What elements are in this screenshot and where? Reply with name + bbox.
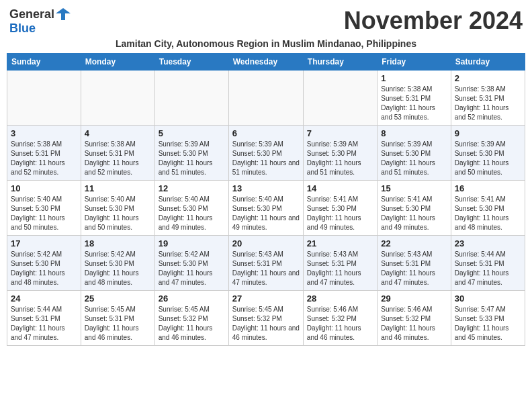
day-info: Sunrise: 5:42 AMSunset: 5:30 PMDaylight:… <box>85 250 151 287</box>
calendar-cell: 21Sunrise: 5:43 AMSunset: 5:31 PMDayligh… <box>303 236 377 291</box>
day-number: 7 <box>307 128 373 138</box>
day-info: Sunrise: 5:42 AMSunset: 5:30 PMDaylight:… <box>11 250 77 287</box>
day-number: 9 <box>455 128 521 138</box>
col-header-saturday: Saturday <box>451 54 525 71</box>
calendar-week-row: 1Sunrise: 5:38 AMSunset: 5:31 PMDaylight… <box>7 71 525 126</box>
day-number: 1 <box>381 73 447 83</box>
calendar-table: SundayMondayTuesdayWednesdayThursdayFrid… <box>7 53 525 346</box>
month-title: November 2024 <box>344 7 523 35</box>
calendar-cell: 8Sunrise: 5:39 AMSunset: 5:30 PMDaylight… <box>378 126 451 181</box>
logo: General Blue <box>9 7 71 36</box>
day-number: 3 <box>11 128 77 138</box>
calendar-cell <box>303 71 377 126</box>
calendar-cell: 17Sunrise: 5:42 AMSunset: 5:30 PMDayligh… <box>7 236 81 291</box>
day-info: Sunrise: 5:46 AMSunset: 5:32 PMDaylight:… <box>307 305 373 342</box>
calendar-cell: 18Sunrise: 5:42 AMSunset: 5:30 PMDayligh… <box>81 236 154 291</box>
calendar-cell: 27Sunrise: 5:45 AMSunset: 5:32 PMDayligh… <box>228 291 303 346</box>
calendar-cell: 19Sunrise: 5:42 AMSunset: 5:30 PMDayligh… <box>154 236 228 291</box>
day-number: 18 <box>85 238 151 248</box>
calendar-cell: 7Sunrise: 5:39 AMSunset: 5:30 PMDaylight… <box>303 126 377 181</box>
day-info: Sunrise: 5:40 AMSunset: 5:30 PMDaylight:… <box>11 195 77 232</box>
calendar-cell: 5Sunrise: 5:39 AMSunset: 5:30 PMDaylight… <box>154 126 228 181</box>
day-info: Sunrise: 5:38 AMSunset: 5:31 PMDaylight:… <box>11 140 77 177</box>
calendar-cell: 1Sunrise: 5:38 AMSunset: 5:31 PMDaylight… <box>378 71 451 126</box>
day-info: Sunrise: 5:44 AMSunset: 5:31 PMDaylight:… <box>455 250 521 287</box>
day-info: Sunrise: 5:39 AMSunset: 5:30 PMDaylight:… <box>307 140 373 177</box>
day-info: Sunrise: 5:45 AMSunset: 5:31 PMDaylight:… <box>85 305 151 342</box>
day-info: Sunrise: 5:44 AMSunset: 5:31 PMDaylight:… <box>11 305 77 342</box>
col-header-thursday: Thursday <box>303 54 377 71</box>
day-info: Sunrise: 5:41 AMSunset: 5:30 PMDaylight:… <box>307 195 373 232</box>
day-info: Sunrise: 5:38 AMSunset: 5:31 PMDaylight:… <box>85 140 151 177</box>
day-number: 23 <box>455 238 521 248</box>
col-header-sunday: Sunday <box>7 54 81 71</box>
day-number: 30 <box>455 293 521 304</box>
calendar-cell: 10Sunrise: 5:40 AMSunset: 5:30 PMDayligh… <box>7 181 81 236</box>
calendar-cell: 22Sunrise: 5:43 AMSunset: 5:31 PMDayligh… <box>378 236 451 291</box>
calendar-cell: 3Sunrise: 5:38 AMSunset: 5:31 PMDaylight… <box>7 126 81 181</box>
calendar-cell: 24Sunrise: 5:44 AMSunset: 5:31 PMDayligh… <box>7 291 81 346</box>
day-info: Sunrise: 5:38 AMSunset: 5:31 PMDaylight:… <box>455 85 521 122</box>
logo-general: General <box>9 7 54 21</box>
calendar-header-row: SundayMondayTuesdayWednesdayThursdayFrid… <box>7 54 525 71</box>
col-header-wednesday: Wednesday <box>228 54 303 71</box>
day-info: Sunrise: 5:40 AMSunset: 5:30 PMDaylight:… <box>159 195 225 232</box>
day-number: 17 <box>11 238 77 248</box>
day-number: 26 <box>159 293 225 304</box>
day-number: 19 <box>159 238 225 248</box>
calendar-cell <box>154 71 228 126</box>
day-info: Sunrise: 5:43 AMSunset: 5:31 PMDaylight:… <box>307 250 373 287</box>
logo-blue: Blue <box>9 21 36 36</box>
day-number: 4 <box>85 128 151 138</box>
col-header-monday: Monday <box>81 54 154 71</box>
day-number: 2 <box>455 73 521 83</box>
day-number: 24 <box>11 293 77 304</box>
day-info: Sunrise: 5:42 AMSunset: 5:30 PMDaylight:… <box>159 250 225 287</box>
page-header: General Blue November 2024 <box>7 7 525 36</box>
day-info: Sunrise: 5:39 AMSunset: 5:30 PMDaylight:… <box>455 140 521 177</box>
day-number: 6 <box>232 128 300 138</box>
calendar-cell: 15Sunrise: 5:41 AMSunset: 5:30 PMDayligh… <box>378 181 451 236</box>
day-info: Sunrise: 5:45 AMSunset: 5:32 PMDaylight:… <box>232 305 300 342</box>
calendar-cell: 23Sunrise: 5:44 AMSunset: 5:31 PMDayligh… <box>451 236 525 291</box>
col-header-friday: Friday <box>378 54 451 71</box>
day-info: Sunrise: 5:41 AMSunset: 5:30 PMDaylight:… <box>455 195 521 232</box>
day-info: Sunrise: 5:39 AMSunset: 5:30 PMDaylight:… <box>159 140 225 177</box>
day-info: Sunrise: 5:43 AMSunset: 5:31 PMDaylight:… <box>381 250 447 287</box>
calendar-cell: 2Sunrise: 5:38 AMSunset: 5:31 PMDaylight… <box>451 71 525 126</box>
calendar-cell <box>7 71 81 126</box>
day-number: 11 <box>85 183 151 193</box>
svg-marker-0 <box>56 8 71 20</box>
logo-bird-icon <box>56 7 71 21</box>
day-number: 5 <box>159 128 225 138</box>
day-info: Sunrise: 5:39 AMSunset: 5:30 PMDaylight:… <box>381 140 447 177</box>
day-number: 22 <box>381 238 447 248</box>
calendar-cell: 25Sunrise: 5:45 AMSunset: 5:31 PMDayligh… <box>81 291 154 346</box>
day-number: 13 <box>232 183 300 193</box>
calendar-subtitle: Lamitan City, Autonomous Region in Musli… <box>7 38 525 49</box>
calendar-cell: 29Sunrise: 5:46 AMSunset: 5:32 PMDayligh… <box>378 291 451 346</box>
day-number: 12 <box>159 183 225 193</box>
day-info: Sunrise: 5:40 AMSunset: 5:30 PMDaylight:… <box>232 195 300 232</box>
day-number: 28 <box>307 293 373 304</box>
calendar-week-row: 17Sunrise: 5:42 AMSunset: 5:30 PMDayligh… <box>7 236 525 291</box>
day-info: Sunrise: 5:38 AMSunset: 5:31 PMDaylight:… <box>381 85 447 122</box>
day-number: 10 <box>11 183 77 193</box>
calendar-cell <box>81 71 154 126</box>
calendar-cell: 30Sunrise: 5:47 AMSunset: 5:33 PMDayligh… <box>451 291 525 346</box>
day-number: 20 <box>232 238 300 248</box>
day-number: 27 <box>232 293 300 304</box>
calendar-cell: 11Sunrise: 5:40 AMSunset: 5:30 PMDayligh… <box>81 181 154 236</box>
calendar-cell: 26Sunrise: 5:45 AMSunset: 5:32 PMDayligh… <box>154 291 228 346</box>
day-info: Sunrise: 5:46 AMSunset: 5:32 PMDaylight:… <box>381 305 447 342</box>
calendar-cell: 14Sunrise: 5:41 AMSunset: 5:30 PMDayligh… <box>303 181 377 236</box>
day-info: Sunrise: 5:40 AMSunset: 5:30 PMDaylight:… <box>85 195 151 232</box>
day-info: Sunrise: 5:45 AMSunset: 5:32 PMDaylight:… <box>159 305 225 342</box>
day-number: 16 <box>455 183 521 193</box>
calendar-cell <box>228 71 303 126</box>
calendar-cell: 20Sunrise: 5:43 AMSunset: 5:31 PMDayligh… <box>228 236 303 291</box>
day-number: 15 <box>381 183 447 193</box>
col-header-tuesday: Tuesday <box>154 54 228 71</box>
day-number: 29 <box>381 293 447 304</box>
calendar-week-row: 24Sunrise: 5:44 AMSunset: 5:31 PMDayligh… <box>7 291 525 346</box>
